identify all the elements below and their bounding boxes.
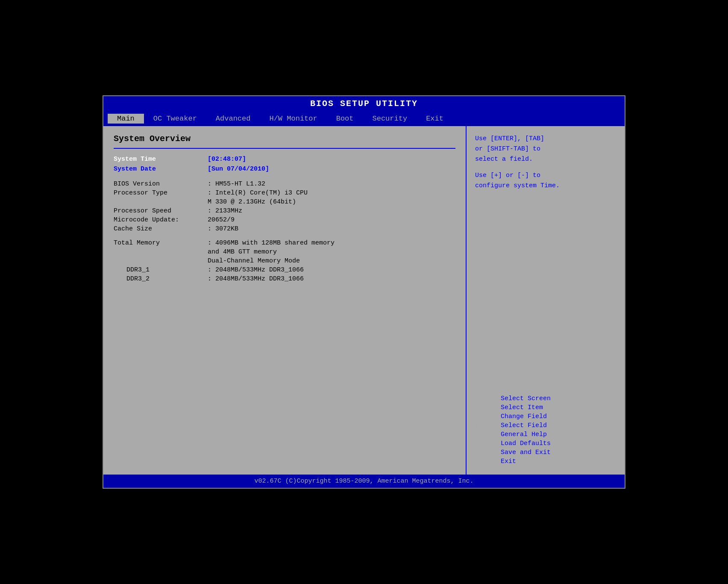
right-panel-inner: Use [ENTER], [TAB] or [SHIFT-TAB] to sel… <box>475 134 616 467</box>
processor-type-value: : Intel(R) Core(TM) i3 CPU <box>208 189 308 197</box>
key-select-screen-desc: Select Screen <box>501 395 551 402</box>
cache-size-value: : 3072KB <box>208 225 238 233</box>
bios-title: BIOS SETUP UTILITY <box>310 99 418 109</box>
key-load-defaults-desc: Load Defaults <box>501 440 551 447</box>
help-line5: Use [+] or [-] to <box>475 171 616 181</box>
ddr3-1-row: DDR3_1 : 2048MB/533MHz DDR3_1066 <box>114 266 455 274</box>
key-arrows-ud: ↑↓ <box>475 404 501 411</box>
menu-item-exit[interactable]: Exit <box>417 114 453 124</box>
left-panel: System Overview System Time [02:48:07] S… <box>103 126 467 475</box>
bios-version-label: BIOS Version <box>114 180 208 188</box>
help-line6: configure system Time. <box>475 181 616 191</box>
title-bar: BIOS SETUP UTILITY <box>103 96 625 111</box>
microcode-row: Microcode Update: 20652/9 <box>114 216 455 224</box>
bios-version-value: : HM55-HT L1.32 <box>208 180 265 188</box>
menu-item-main[interactable]: Main <box>108 114 144 124</box>
processor-type-label: Processor Type <box>114 189 208 197</box>
keybind-esc: ESC Exit <box>475 458 616 465</box>
microcode-value: 20652/9 <box>208 216 235 224</box>
ddr3-2-value: : 2048MB/533MHz DDR3_1066 <box>208 275 304 283</box>
ddr3-1-label: DDR3_1 <box>114 266 208 274</box>
menu-item-security[interactable]: Security <box>363 114 417 124</box>
processor-type-row: Processor Type : Intel(R) Core(TM) i3 CP… <box>114 189 455 197</box>
microcode-label: Microcode Update: <box>114 216 208 224</box>
key-save-exit-desc: Save and Exit <box>501 449 551 456</box>
system-date-value[interactable]: [Sun 07/04/2010] <box>208 165 269 173</box>
key-change-field-desc: Change Field <box>501 413 547 420</box>
key-select-item-desc: Select Item <box>501 404 543 411</box>
keybind-f10: F10 Save and Exit <box>475 449 616 456</box>
key-f10: F10 <box>475 449 501 456</box>
help-text: Use [ENTER], [TAB] or [SHIFT-TAB] to sel… <box>475 134 616 191</box>
keybind-select-field: Tab Select Field <box>475 422 616 429</box>
footer-bar: v02.67C (C)Copyright 1985-2009, American… <box>103 475 625 488</box>
keybind-f1: F1 General Help <box>475 431 616 438</box>
right-panel: Use [ENTER], [TAB] or [SHIFT-TAB] to sel… <box>467 126 625 475</box>
key-exit-desc: Exit <box>501 458 516 465</box>
key-esc: ESC <box>475 458 501 465</box>
footer-text: v02.67C (C)Copyright 1985-2009, American… <box>254 478 473 485</box>
bios-version-row: BIOS Version : HM55-HT L1.32 <box>114 180 455 188</box>
total-memory-label: Total Memory <box>114 239 208 247</box>
menu-item-oc-tweaker[interactable]: OC Tweaker <box>144 114 206 124</box>
processor-speed-label: Processor Speed <box>114 207 208 215</box>
key-f1: F1 <box>475 431 501 438</box>
keybind-select-item: ↑↓ Select Item <box>475 404 616 411</box>
section-title: System Overview <box>114 134 455 144</box>
menu-bar[interactable]: Main OC Tweaker Advanced H/W Monitor Boo… <box>103 111 625 126</box>
content-area: System Overview System Time [02:48:07] S… <box>103 126 625 475</box>
system-date-label: System Date <box>114 165 208 173</box>
section-divider <box>114 148 455 149</box>
help-line3: select a field. <box>475 154 616 165</box>
total-memory-row: Total Memory : 4096MB with 128MB shared … <box>114 239 455 247</box>
system-date-row: System Date [Sun 07/04/2010] <box>114 165 455 173</box>
keybind-f9: F9 Load Defaults <box>475 440 616 447</box>
menu-item-advanced[interactable]: Advanced <box>206 114 260 124</box>
system-time-value[interactable]: [02:48:07] <box>208 156 246 163</box>
ddr3-2-row: DDR3_2 : 2048MB/533MHz DDR3_1066 <box>114 275 455 283</box>
key-tab: Tab <box>475 422 501 429</box>
bios-screen: BIOS SETUP UTILITY Main OC Tweaker Advan… <box>103 95 625 489</box>
total-memory-value: : 4096MB with 128MB shared memory <box>208 239 335 247</box>
key-general-help-desc: General Help <box>501 431 547 438</box>
menu-item-hw-monitor[interactable]: H/W Monitor <box>260 114 326 124</box>
keybind-change-field: +- Change Field <box>475 413 616 420</box>
menu-item-boot[interactable]: Boot <box>327 114 363 124</box>
keybind-select-screen: ↔ Select Screen <box>475 395 616 402</box>
total-memory-cont2: Dual-Channel Memory Mode <box>208 257 455 265</box>
help-line2: or [SHIFT-TAB] to <box>475 144 616 154</box>
help-line1: Use [ENTER], [TAB] <box>475 134 616 144</box>
system-time-label: System Time <box>114 156 208 163</box>
processor-speed-row: Processor Speed : 2133MHz <box>114 207 455 215</box>
cache-size-row: Cache Size : 3072KB <box>114 225 455 233</box>
key-arrows-lr: ↔ <box>475 395 501 402</box>
system-time-row: System Time [02:48:07] <box>114 156 455 163</box>
processor-speed-value: : 2133MHz <box>208 207 242 215</box>
processor-type-continuation: M 330 @ 2.13GHz (64bit) <box>208 198 455 206</box>
key-plus-minus: +- <box>475 413 501 420</box>
key-f9: F9 <box>475 440 501 447</box>
keybinds-container: ↔ Select Screen ↑↓ Select Item +- Change… <box>475 386 616 467</box>
key-select-field-desc: Select Field <box>501 422 547 429</box>
ddr3-2-label: DDR3_2 <box>114 275 208 283</box>
ddr3-1-value: : 2048MB/533MHz DDR3_1066 <box>208 266 304 274</box>
total-memory-cont1: and 4MB GTT memory <box>208 248 455 256</box>
cache-size-label: Cache Size <box>114 225 208 233</box>
